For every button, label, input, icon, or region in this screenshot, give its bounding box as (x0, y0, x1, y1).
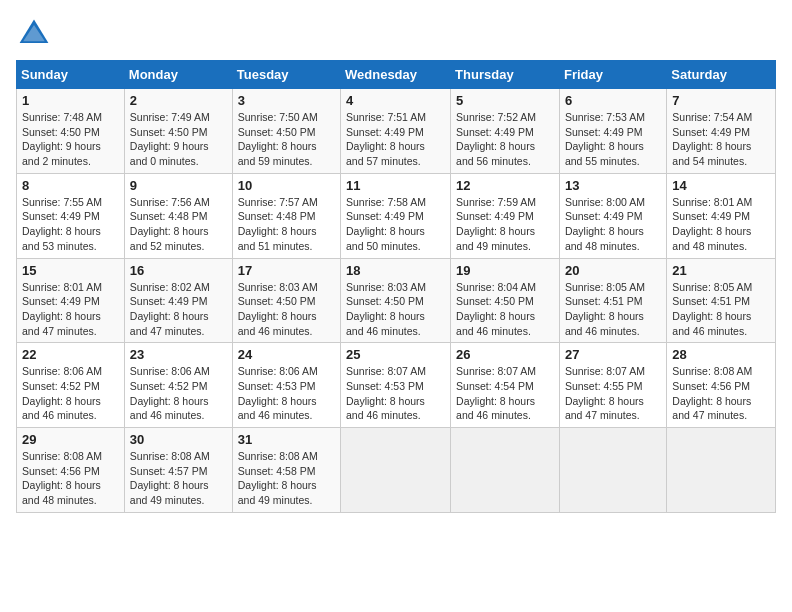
day-info: Sunrise: 8:05 AMSunset: 4:51 PMDaylight:… (672, 280, 770, 339)
calendar-cell: 3Sunrise: 7:50 AMSunset: 4:50 PMDaylight… (232, 89, 340, 174)
calendar-cell: 30Sunrise: 8:08 AMSunset: 4:57 PMDayligh… (124, 428, 232, 513)
calendar-cell: 1Sunrise: 7:48 AMSunset: 4:50 PMDaylight… (17, 89, 125, 174)
calendar-cell: 4Sunrise: 7:51 AMSunset: 4:49 PMDaylight… (341, 89, 451, 174)
day-number: 8 (22, 178, 119, 193)
calendar-cell: 31Sunrise: 8:08 AMSunset: 4:58 PMDayligh… (232, 428, 340, 513)
day-info: Sunrise: 8:04 AMSunset: 4:50 PMDaylight:… (456, 280, 554, 339)
day-number: 26 (456, 347, 554, 362)
day-info: Sunrise: 8:07 AMSunset: 4:54 PMDaylight:… (456, 364, 554, 423)
day-number: 16 (130, 263, 227, 278)
day-number: 25 (346, 347, 445, 362)
day-info: Sunrise: 7:50 AMSunset: 4:50 PMDaylight:… (238, 110, 335, 169)
day-info: Sunrise: 8:06 AMSunset: 4:52 PMDaylight:… (22, 364, 119, 423)
day-info: Sunrise: 8:07 AMSunset: 4:53 PMDaylight:… (346, 364, 445, 423)
day-number: 23 (130, 347, 227, 362)
day-info: Sunrise: 8:03 AMSunset: 4:50 PMDaylight:… (346, 280, 445, 339)
day-info: Sunrise: 7:59 AMSunset: 4:49 PMDaylight:… (456, 195, 554, 254)
day-info: Sunrise: 8:06 AMSunset: 4:52 PMDaylight:… (130, 364, 227, 423)
logo-icon (16, 16, 52, 52)
day-number: 14 (672, 178, 770, 193)
day-number: 4 (346, 93, 445, 108)
day-info: Sunrise: 7:55 AMSunset: 4:49 PMDaylight:… (22, 195, 119, 254)
calendar-cell (341, 428, 451, 513)
day-number: 30 (130, 432, 227, 447)
weekday-header-thursday: Thursday (451, 61, 560, 89)
calendar-cell: 11Sunrise: 7:58 AMSunset: 4:49 PMDayligh… (341, 173, 451, 258)
calendar-cell (559, 428, 666, 513)
weekday-header-sunday: Sunday (17, 61, 125, 89)
day-number: 22 (22, 347, 119, 362)
calendar-cell: 23Sunrise: 8:06 AMSunset: 4:52 PMDayligh… (124, 343, 232, 428)
day-number: 24 (238, 347, 335, 362)
day-number: 19 (456, 263, 554, 278)
day-info: Sunrise: 7:54 AMSunset: 4:49 PMDaylight:… (672, 110, 770, 169)
calendar-cell: 8Sunrise: 7:55 AMSunset: 4:49 PMDaylight… (17, 173, 125, 258)
calendar-cell: 13Sunrise: 8:00 AMSunset: 4:49 PMDayligh… (559, 173, 666, 258)
day-number: 15 (22, 263, 119, 278)
day-info: Sunrise: 8:05 AMSunset: 4:51 PMDaylight:… (565, 280, 661, 339)
logo (16, 16, 56, 52)
day-info: Sunrise: 8:03 AMSunset: 4:50 PMDaylight:… (238, 280, 335, 339)
day-number: 31 (238, 432, 335, 447)
day-number: 12 (456, 178, 554, 193)
calendar-cell: 16Sunrise: 8:02 AMSunset: 4:49 PMDayligh… (124, 258, 232, 343)
day-info: Sunrise: 7:56 AMSunset: 4:48 PMDaylight:… (130, 195, 227, 254)
day-info: Sunrise: 8:08 AMSunset: 4:58 PMDaylight:… (238, 449, 335, 508)
day-number: 2 (130, 93, 227, 108)
day-info: Sunrise: 7:48 AMSunset: 4:50 PMDaylight:… (22, 110, 119, 169)
day-number: 18 (346, 263, 445, 278)
day-info: Sunrise: 8:01 AMSunset: 4:49 PMDaylight:… (672, 195, 770, 254)
day-info: Sunrise: 8:08 AMSunset: 4:56 PMDaylight:… (22, 449, 119, 508)
day-info: Sunrise: 7:49 AMSunset: 4:50 PMDaylight:… (130, 110, 227, 169)
calendar-cell: 5Sunrise: 7:52 AMSunset: 4:49 PMDaylight… (451, 89, 560, 174)
day-info: Sunrise: 7:51 AMSunset: 4:49 PMDaylight:… (346, 110, 445, 169)
calendar-cell (451, 428, 560, 513)
calendar-cell: 22Sunrise: 8:06 AMSunset: 4:52 PMDayligh… (17, 343, 125, 428)
calendar-cell: 10Sunrise: 7:57 AMSunset: 4:48 PMDayligh… (232, 173, 340, 258)
weekday-header-friday: Friday (559, 61, 666, 89)
day-number: 21 (672, 263, 770, 278)
day-info: Sunrise: 7:52 AMSunset: 4:49 PMDaylight:… (456, 110, 554, 169)
weekday-header-tuesday: Tuesday (232, 61, 340, 89)
day-number: 17 (238, 263, 335, 278)
calendar-cell: 12Sunrise: 7:59 AMSunset: 4:49 PMDayligh… (451, 173, 560, 258)
day-info: Sunrise: 7:57 AMSunset: 4:48 PMDaylight:… (238, 195, 335, 254)
calendar-cell: 2Sunrise: 7:49 AMSunset: 4:50 PMDaylight… (124, 89, 232, 174)
calendar-cell: 21Sunrise: 8:05 AMSunset: 4:51 PMDayligh… (667, 258, 776, 343)
day-info: Sunrise: 8:06 AMSunset: 4:53 PMDaylight:… (238, 364, 335, 423)
calendar-cell: 24Sunrise: 8:06 AMSunset: 4:53 PMDayligh… (232, 343, 340, 428)
day-info: Sunrise: 8:02 AMSunset: 4:49 PMDaylight:… (130, 280, 227, 339)
day-number: 6 (565, 93, 661, 108)
day-number: 20 (565, 263, 661, 278)
calendar-cell: 9Sunrise: 7:56 AMSunset: 4:48 PMDaylight… (124, 173, 232, 258)
day-info: Sunrise: 8:08 AMSunset: 4:56 PMDaylight:… (672, 364, 770, 423)
day-number: 11 (346, 178, 445, 193)
page-header (16, 16, 776, 52)
weekday-header-monday: Monday (124, 61, 232, 89)
day-number: 3 (238, 93, 335, 108)
calendar-cell: 6Sunrise: 7:53 AMSunset: 4:49 PMDaylight… (559, 89, 666, 174)
calendar-table: SundayMondayTuesdayWednesdayThursdayFrid… (16, 60, 776, 513)
calendar-cell: 26Sunrise: 8:07 AMSunset: 4:54 PMDayligh… (451, 343, 560, 428)
day-info: Sunrise: 8:07 AMSunset: 4:55 PMDaylight:… (565, 364, 661, 423)
weekday-header-saturday: Saturday (667, 61, 776, 89)
day-number: 1 (22, 93, 119, 108)
day-number: 13 (565, 178, 661, 193)
calendar-cell: 18Sunrise: 8:03 AMSunset: 4:50 PMDayligh… (341, 258, 451, 343)
day-info: Sunrise: 8:08 AMSunset: 4:57 PMDaylight:… (130, 449, 227, 508)
calendar-cell (667, 428, 776, 513)
calendar-cell: 27Sunrise: 8:07 AMSunset: 4:55 PMDayligh… (559, 343, 666, 428)
calendar-cell: 17Sunrise: 8:03 AMSunset: 4:50 PMDayligh… (232, 258, 340, 343)
calendar-cell: 25Sunrise: 8:07 AMSunset: 4:53 PMDayligh… (341, 343, 451, 428)
day-info: Sunrise: 8:01 AMSunset: 4:49 PMDaylight:… (22, 280, 119, 339)
day-number: 9 (130, 178, 227, 193)
day-info: Sunrise: 8:00 AMSunset: 4:49 PMDaylight:… (565, 195, 661, 254)
day-number: 29 (22, 432, 119, 447)
calendar-cell: 19Sunrise: 8:04 AMSunset: 4:50 PMDayligh… (451, 258, 560, 343)
day-number: 7 (672, 93, 770, 108)
calendar-cell: 15Sunrise: 8:01 AMSunset: 4:49 PMDayligh… (17, 258, 125, 343)
calendar-cell: 28Sunrise: 8:08 AMSunset: 4:56 PMDayligh… (667, 343, 776, 428)
day-number: 5 (456, 93, 554, 108)
calendar-cell: 7Sunrise: 7:54 AMSunset: 4:49 PMDaylight… (667, 89, 776, 174)
calendar-cell: 20Sunrise: 8:05 AMSunset: 4:51 PMDayligh… (559, 258, 666, 343)
